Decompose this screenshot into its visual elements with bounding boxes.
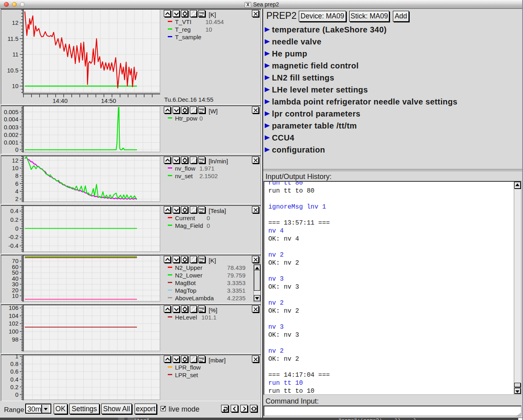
svg-text:0: 0 — [15, 392, 18, 398]
svg-text:lin: lin — [199, 161, 203, 164]
svg-text:-0.4: -0.4 — [8, 243, 18, 249]
svg-text:lin: lin — [199, 14, 203, 18]
svg-text:0.002: 0.002 — [4, 132, 18, 138]
svg-text:0.005: 0.005 — [4, 109, 18, 115]
svg-text:0.4: 0.4 — [10, 208, 18, 214]
svg-text:0.003: 0.003 — [4, 124, 18, 131]
svg-text:14:40: 14:40 — [52, 97, 68, 104]
svg-text:104: 104 — [9, 313, 18, 319]
svg-text:98: 98 — [12, 336, 18, 343]
svg-text:14:50: 14:50 — [101, 97, 116, 104]
svg-text:0.4: 0.4 — [10, 376, 18, 383]
svg-text:0.004: 0.004 — [4, 116, 18, 123]
svg-text:12: 12 — [12, 20, 18, 26]
svg-text:11.5: 11.5 — [8, 36, 18, 42]
svg-text:0: 0 — [15, 225, 18, 232]
svg-text:-0.2: -0.2 — [8, 234, 18, 240]
svg-text:0.8: 0.8 — [10, 361, 18, 367]
svg-text:0.2: 0.2 — [10, 217, 18, 223]
svg-text:lin: lin — [199, 111, 203, 114]
svg-text:11: 11 — [12, 51, 18, 58]
svg-text:2: 2 — [15, 196, 18, 202]
svg-text:12: 12 — [12, 157, 18, 164]
svg-text:4: 4 — [15, 188, 18, 195]
svg-text:1: 1 — [15, 353, 18, 360]
svg-text:lin: lin — [199, 260, 203, 263]
svg-text:lin: lin — [199, 309, 203, 313]
svg-text:100: 100 — [9, 328, 18, 335]
svg-text:8: 8 — [15, 173, 18, 179]
svg-text:10: 10 — [12, 83, 18, 89]
svg-text:10: 10 — [12, 293, 18, 299]
svg-text:10.5: 10.5 — [7, 67, 18, 74]
svg-text:0.2: 0.2 — [10, 384, 18, 390]
svg-text:0.001: 0.001 — [4, 139, 18, 146]
svg-text:6: 6 — [15, 181, 18, 187]
svg-text:10: 10 — [12, 165, 18, 171]
svg-text:102: 102 — [9, 320, 18, 327]
svg-text:106: 106 — [9, 305, 18, 311]
svg-text:0: 0 — [15, 147, 18, 153]
svg-text:lin: lin — [199, 210, 203, 214]
svg-text:0.6: 0.6 — [10, 368, 18, 375]
svg-text:lin: lin — [199, 360, 203, 363]
